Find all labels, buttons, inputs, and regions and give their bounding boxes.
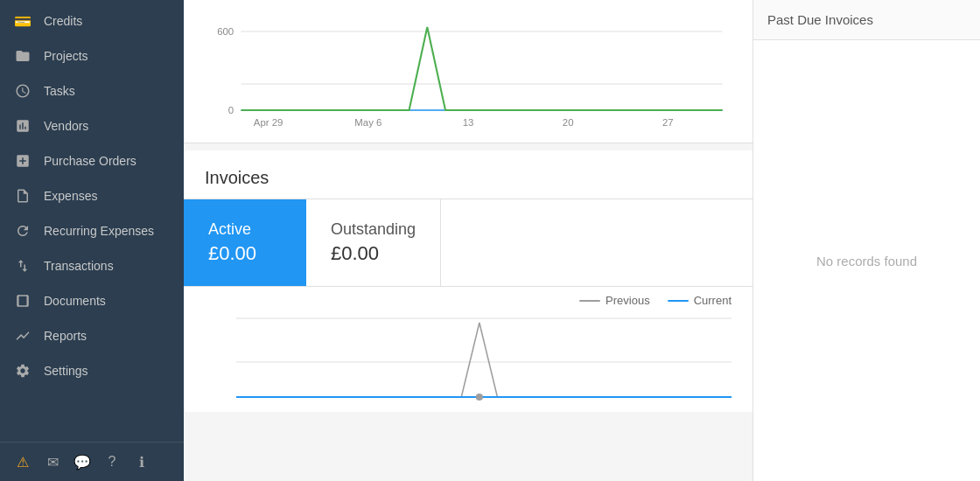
transactions-icon xyxy=(14,257,32,275)
chat-icon[interactable]: 💬 xyxy=(72,451,93,472)
legend-previous: Previous xyxy=(579,294,650,307)
sidebar-item-reports[interactable]: Reports xyxy=(0,318,184,353)
past-due-invoices-header: Past Due Invoices xyxy=(753,0,980,40)
sidebar-label-tasks: Tasks xyxy=(44,84,75,98)
invoices-title: Invoices xyxy=(184,150,752,199)
reports-icon xyxy=(14,327,32,345)
previous-label: Previous xyxy=(606,294,650,307)
mail-icon[interactable]: ✉ xyxy=(42,451,63,472)
sidebar-label-settings: Settings xyxy=(44,364,88,378)
sidebar-item-purchase-orders[interactable]: Purchase Orders xyxy=(0,143,184,178)
svg-point-16 xyxy=(476,394,483,401)
svg-text:20: 20 xyxy=(563,117,574,128)
invoices-chart-svg: 1,200 600 xyxy=(236,314,732,410)
sidebar-item-projects[interactable]: Projects xyxy=(0,38,184,73)
sidebar-label-credits: Credits xyxy=(44,14,82,28)
center-panel: 600 0 Apr 29 May 6 13 20 27 xyxy=(184,0,752,481)
sidebar: 💳 Credits Projects Tasks Vendors Purc xyxy=(0,0,184,481)
sidebar-item-credits[interactable]: 💳 Credits xyxy=(0,3,184,38)
sidebar-item-vendors[interactable]: Vendors xyxy=(0,108,184,143)
sidebar-item-documents[interactable]: Documents xyxy=(0,283,184,318)
expenses-icon xyxy=(14,187,32,205)
help-icon[interactable]: ? xyxy=(102,451,122,472)
svg-text:600: 600 xyxy=(217,26,234,37)
chart-legend: Previous Current xyxy=(184,287,752,307)
stat-outstanding: Outstanding £0.00 xyxy=(306,199,441,286)
credits-icon: 💳 xyxy=(14,12,32,30)
outstanding-label: Outstanding xyxy=(331,220,416,239)
sidebar-label-vendors: Vendors xyxy=(44,119,88,133)
purchase-orders-icon xyxy=(14,152,32,170)
sidebar-label-expenses: Expenses xyxy=(44,189,97,203)
invoices-chart-area: 1,200 600 xyxy=(184,307,752,412)
sidebar-nav: 💳 Credits Projects Tasks Vendors Purc xyxy=(0,0,184,442)
outstanding-value: £0.00 xyxy=(331,242,416,265)
sidebar-item-tasks[interactable]: Tasks xyxy=(0,73,184,108)
sidebar-label-recurring-expenses: Recurring Expenses xyxy=(44,224,154,238)
sidebar-label-reports: Reports xyxy=(44,329,87,343)
right-panel: Past Due Invoices No records found xyxy=(752,0,980,481)
vendors-icon xyxy=(14,117,32,135)
info-icon[interactable]: ℹ xyxy=(131,451,152,472)
active-value: £0.00 xyxy=(208,242,282,265)
invoices-card: Invoices Active £0.00 Outstanding £0.00 xyxy=(184,150,752,412)
svg-text:27: 27 xyxy=(662,117,674,128)
warning-icon[interactable]: ⚠ xyxy=(12,451,33,472)
stat-active: Active £0.00 xyxy=(184,199,306,286)
legend-current: Current xyxy=(668,294,732,307)
recurring-expenses-icon xyxy=(14,222,32,240)
documents-icon xyxy=(14,292,32,310)
projects-icon xyxy=(14,47,32,65)
top-chart-svg: 600 0 Apr 29 May 6 13 20 27 xyxy=(205,14,732,132)
svg-text:Apr 29: Apr 29 xyxy=(254,117,284,128)
sidebar-bottom: ⚠ ✉ 💬 ? ℹ xyxy=(0,442,184,481)
previous-line xyxy=(579,300,600,302)
top-chart-card: 600 0 Apr 29 May 6 13 20 27 xyxy=(184,0,752,143)
sidebar-item-expenses[interactable]: Expenses xyxy=(0,178,184,213)
settings-icon xyxy=(14,362,32,380)
current-label: Current xyxy=(694,294,732,307)
top-chart-area: 600 0 Apr 29 May 6 13 20 27 xyxy=(205,14,732,132)
sidebar-label-transactions: Transactions xyxy=(44,259,114,273)
sidebar-item-recurring-expenses[interactable]: Recurring Expenses xyxy=(0,213,184,248)
main-content: 600 0 Apr 29 May 6 13 20 27 xyxy=(184,0,980,481)
active-label: Active xyxy=(208,220,282,239)
svg-text:13: 13 xyxy=(463,117,474,128)
sidebar-item-transactions[interactable]: Transactions xyxy=(0,248,184,283)
invoices-stats: Active £0.00 Outstanding £0.00 xyxy=(184,199,752,287)
content-area: 600 0 Apr 29 May 6 13 20 27 xyxy=(184,0,980,481)
sidebar-label-documents: Documents xyxy=(44,294,106,308)
svg-text:0: 0 xyxy=(228,105,234,115)
sidebar-label-projects: Projects xyxy=(44,49,88,63)
no-records-text: No records found xyxy=(753,40,980,481)
sidebar-item-settings[interactable]: Settings xyxy=(0,353,184,388)
svg-text:May 6: May 6 xyxy=(354,117,382,128)
current-line xyxy=(668,300,689,302)
tasks-icon xyxy=(14,82,32,100)
sidebar-label-purchase-orders: Purchase Orders xyxy=(44,154,136,168)
